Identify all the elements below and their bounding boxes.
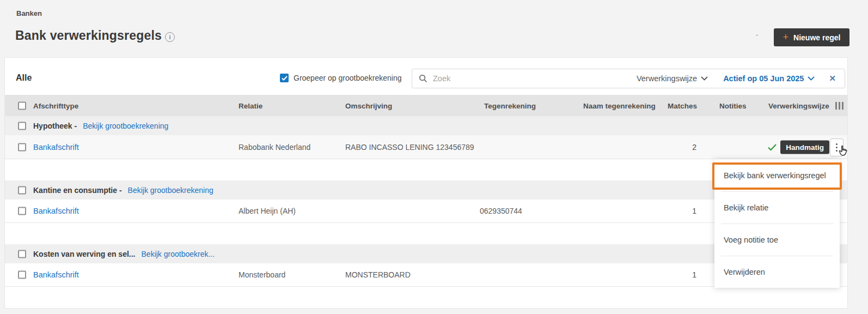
checkbox-checked-icon[interactable]: [280, 74, 289, 82]
column-header-matches[interactable]: Matches: [668, 101, 697, 110]
column-header-omschrijving[interactable]: Omschrijving: [345, 101, 392, 110]
row-checkbox[interactable]: [18, 271, 26, 279]
statement-type-link[interactable]: Bankafschrift: [33, 143, 79, 152]
column-header-afschrifttype[interactable]: Afschrifttype: [33, 101, 78, 110]
page-title: Bank verwerkingsregels: [15, 28, 162, 43]
group-checkbox[interactable]: [18, 186, 26, 194]
relatie-value: Rabobank Nederland: [239, 143, 310, 152]
search-input[interactable]: [433, 74, 637, 83]
menu-item-voeg-notitie-toe[interactable]: Voeg notitie toe: [714, 224, 840, 256]
active-date-filter-dropdown[interactable]: Actief op 05 Jun 2025: [723, 74, 815, 83]
group-by-label: Groepeer op grootboekrekening: [294, 74, 401, 82]
search-icon: [419, 74, 427, 83]
column-header-relatie[interactable]: Relatie: [239, 101, 262, 110]
table-header-row: Afschrifttype Relatie Omschrijving Tegen…: [5, 95, 847, 116]
menu-item-verwijderen[interactable]: Verwijderen: [714, 256, 840, 288]
group-by-toggle[interactable]: Groepeer op grootboekrekening: [280, 74, 401, 82]
view-ledger-link[interactable]: Bekijk grootboekrekening: [128, 186, 213, 195]
group-checkbox[interactable]: [18, 250, 26, 258]
menu-item-bekijk-relatie[interactable]: Bekijk relatie: [714, 191, 840, 224]
menu-item-bekijk-bank-verwerkingsregel[interactable]: Bekijk bank verwerkingsregel: [714, 159, 840, 191]
relatie-value: Albert Heijn (AH): [239, 207, 296, 215]
matches-value: 1: [631, 270, 696, 279]
group-title: Hypotheek -: [33, 122, 77, 130]
new-rule-button[interactable]: + Nieuwe regel: [774, 28, 849, 46]
tab-alle[interactable]: Alle: [16, 73, 32, 83]
statement-type-link[interactable]: Bankafschrift: [33, 207, 79, 215]
matches-value: 2: [631, 143, 696, 152]
status-badge: Handmatig: [780, 140, 829, 154]
view-ledger-link[interactable]: Bekijk grootboekrek...: [142, 250, 215, 258]
omschrijving-value: RABO INCASSO LENING 123456789: [345, 143, 474, 152]
info-icon[interactable]: i: [165, 32, 175, 42]
matches-value: 1: [631, 207, 696, 215]
group-row-hypotheek: Hypotheek - Bekijk grootboekrekening: [5, 116, 847, 135]
processing-filter-dropdown[interactable]: Verwerkingswijze: [637, 74, 708, 83]
new-rule-button-label: Nieuwe regel: [793, 33, 840, 42]
row-checkbox[interactable]: [18, 143, 26, 151]
row-context-menu: Bekijk bank verwerkingsregel Bekijk rela…: [714, 159, 840, 288]
group-title: Kosten van werving en sel...: [33, 250, 136, 258]
statement-type-link[interactable]: Bankafschrift: [33, 270, 79, 279]
column-header-notities[interactable]: Notities: [719, 101, 747, 110]
dash-note: -: [756, 31, 759, 39]
view-ledger-link[interactable]: Bekijk grootboekrekening: [83, 122, 168, 130]
group-checkbox[interactable]: [18, 122, 26, 130]
row-actions-kebab-icon[interactable]: [830, 138, 843, 156]
select-all-checkbox[interactable]: [18, 101, 26, 110]
group-title: Kantine en consumptie -: [33, 186, 122, 195]
clear-filter-icon[interactable]: ✕: [827, 73, 838, 84]
plus-icon: +: [783, 32, 789, 42]
chevron-down-icon: [808, 76, 815, 81]
column-header-verwerkingswijze[interactable]: Verwerkingswijze: [768, 101, 829, 110]
tegenrekening-value: 0629350744: [480, 207, 522, 215]
column-header-tegenrekening[interactable]: Tegenrekening: [484, 101, 536, 110]
breadcrumb[interactable]: Banken: [16, 9, 42, 17]
table-row[interactable]: Bankafschrift Rabobank Nederland RABO IN…: [5, 135, 847, 159]
chevron-down-icon: [701, 76, 708, 81]
column-settings-icon[interactable]: [835, 102, 843, 110]
search-bar: Verwerkingswijze Actief op 05 Jun 2025 ✕: [412, 69, 845, 88]
check-icon: [768, 143, 777, 150]
row-checkbox[interactable]: [18, 207, 26, 215]
omschrijving-value: MONSTERBOARD: [345, 270, 411, 279]
column-header-naam-tegenrekening[interactable]: Naam tegenrekening: [583, 101, 656, 110]
relatie-value: Monsterboard: [239, 270, 285, 279]
